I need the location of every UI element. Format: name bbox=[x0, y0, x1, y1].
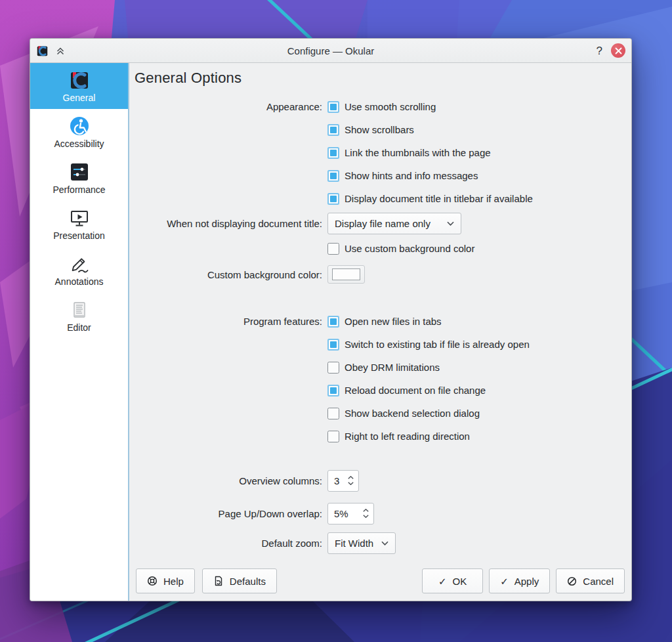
sidebar: General Accessibility bbox=[30, 63, 129, 601]
lifebuoy-help-icon bbox=[147, 576, 158, 586]
sidebar-item-label: Editor bbox=[67, 322, 91, 333]
checkbox-display-doc-title[interactable] bbox=[327, 193, 339, 205]
checkbox-show-scrollbars[interactable] bbox=[327, 124, 339, 136]
shade-window-icon[interactable] bbox=[55, 45, 66, 56]
document-title-combobox[interactable]: Display file name only bbox=[327, 213, 461, 234]
chevron-down-icon bbox=[447, 221, 454, 226]
configure-dialog-window: Configure — Okular ? General bbox=[30, 38, 632, 601]
spinner-up-icon[interactable] bbox=[363, 509, 369, 512]
combobox-value: Display file name only bbox=[335, 218, 430, 229]
button-label: Cancel bbox=[583, 576, 614, 587]
page-overlap-spinbox[interactable]: 5% bbox=[327, 503, 374, 524]
performance-icon bbox=[69, 161, 90, 182]
chevron-down-icon bbox=[381, 541, 388, 546]
cancel-slash-icon bbox=[567, 576, 577, 586]
button-label: Apply bbox=[514, 576, 539, 587]
titlebar[interactable]: Configure — Okular ? bbox=[30, 39, 631, 63]
sidebar-item-presentation[interactable]: Presentation bbox=[30, 201, 128, 247]
checkbox-backend-selection-dialog[interactable] bbox=[327, 408, 339, 419]
checkbox-label[interactable]: Obey DRM limitations bbox=[345, 362, 440, 373]
sidebar-item-label: Presentation bbox=[53, 230, 105, 241]
checkbox-label[interactable]: Link the thumbnails with the page bbox=[345, 147, 491, 158]
default-zoom-label: Default zoom: bbox=[129, 538, 322, 549]
checkbox-switch-to-existing-tab[interactable] bbox=[327, 339, 339, 351]
checkbox-open-new-files-in-tabs[interactable] bbox=[327, 316, 339, 328]
sidebar-item-general[interactable]: General bbox=[30, 63, 128, 109]
custom-bg-color-label: Custom background color: bbox=[129, 269, 322, 280]
sidebar-item-editor[interactable]: Editor bbox=[30, 293, 128, 339]
page-title: General Options bbox=[135, 70, 631, 87]
checkbox-label[interactable]: Use smooth scrolling bbox=[345, 101, 436, 112]
sidebar-item-label: Annotations bbox=[55, 276, 104, 287]
checkbox-use-custom-bg-color[interactable] bbox=[327, 243, 339, 255]
button-label: Defaults bbox=[230, 576, 266, 587]
editor-icon bbox=[69, 299, 90, 320]
apply-button[interactable]: ✓ Apply bbox=[489, 568, 550, 593]
custom-bg-color-button[interactable] bbox=[327, 265, 365, 284]
sidebar-item-annotations[interactable]: Annotations bbox=[30, 247, 128, 293]
checkbox-label[interactable]: Show backend selection dialog bbox=[345, 408, 480, 419]
spinner-down-icon[interactable] bbox=[363, 515, 369, 518]
spinner-buttons[interactable] bbox=[342, 476, 354, 485]
okular-icon bbox=[69, 70, 90, 91]
checkbox-label[interactable]: Open new files in tabs bbox=[345, 316, 442, 327]
ok-button[interactable]: ✓ OK bbox=[422, 568, 483, 593]
doc-title-label: When not displaying document title: bbox=[129, 218, 322, 229]
program-features-label: Program features: bbox=[129, 316, 322, 327]
overview-columns-spinbox[interactable]: 3 bbox=[327, 470, 359, 492]
color-swatch bbox=[332, 268, 360, 280]
spinner-up-icon[interactable] bbox=[348, 476, 354, 479]
checkbox-label[interactable]: Switch to existing tab if file is alread… bbox=[345, 339, 530, 350]
overview-columns-label: Overview columns: bbox=[129, 475, 322, 486]
accessibility-icon bbox=[69, 116, 90, 137]
annotations-icon bbox=[69, 253, 90, 274]
checkbox-label[interactable]: Show hints and info messages bbox=[345, 170, 478, 181]
dialog-button-bar: Help Defaults ✓ OK ✓ bbox=[129, 568, 631, 601]
spinbox-value[interactable]: 3 bbox=[334, 475, 339, 486]
checkbox-label[interactable]: Right to left reading direction bbox=[345, 431, 470, 442]
checkbox-show-hints[interactable] bbox=[327, 170, 339, 182]
help-button[interactable]: Help bbox=[136, 568, 195, 593]
page-overlap-label: Page Up/Down overlap: bbox=[129, 508, 322, 519]
button-label: Help bbox=[163, 576, 184, 587]
button-label: OK bbox=[453, 576, 467, 587]
check-icon: ✓ bbox=[500, 576, 509, 586]
general-options-page: General Options Appearance: Use smooth s… bbox=[129, 63, 631, 601]
checkbox-reload-on-change[interactable] bbox=[327, 385, 339, 396]
check-icon: ✓ bbox=[438, 576, 447, 586]
cancel-button[interactable]: Cancel bbox=[556, 568, 625, 593]
checkbox-label[interactable]: Reload document on file change bbox=[345, 385, 486, 396]
checkbox-obey-drm[interactable] bbox=[327, 362, 339, 374]
sidebar-item-accessibility[interactable]: Accessibility bbox=[30, 109, 128, 155]
presentation-icon bbox=[69, 207, 90, 228]
combobox-value: Fit Width bbox=[335, 538, 373, 549]
sidebar-item-label: Performance bbox=[52, 184, 105, 195]
checkbox-label[interactable]: Use custom background color bbox=[345, 243, 474, 254]
close-icon[interactable] bbox=[611, 43, 625, 58]
window-title: Configure — Okular bbox=[30, 45, 631, 56]
sidebar-item-label: General bbox=[63, 93, 96, 103]
defaults-button[interactable]: Defaults bbox=[202, 568, 277, 593]
default-zoom-combobox[interactable]: Fit Width bbox=[327, 532, 396, 554]
titlebar-help-icon[interactable]: ? bbox=[597, 45, 602, 56]
spinner-down-icon[interactable] bbox=[348, 482, 354, 485]
okular-app-icon bbox=[36, 45, 49, 57]
checkbox-rtl-reading[interactable] bbox=[327, 431, 339, 442]
document-revert-icon bbox=[213, 576, 224, 586]
spinbox-value[interactable]: 5% bbox=[334, 508, 348, 519]
checkbox-label[interactable]: Display document title in titlebar if av… bbox=[345, 193, 533, 204]
appearance-label: Appearance: bbox=[129, 101, 322, 112]
checkbox-use-smooth-scrolling[interactable] bbox=[327, 101, 339, 113]
sidebar-item-performance[interactable]: Performance bbox=[30, 155, 128, 201]
spinner-buttons[interactable] bbox=[357, 509, 369, 518]
sidebar-item-label: Accessibility bbox=[54, 139, 104, 149]
checkbox-link-thumbnails[interactable] bbox=[327, 147, 339, 159]
checkbox-label[interactable]: Show scrollbars bbox=[345, 124, 414, 135]
